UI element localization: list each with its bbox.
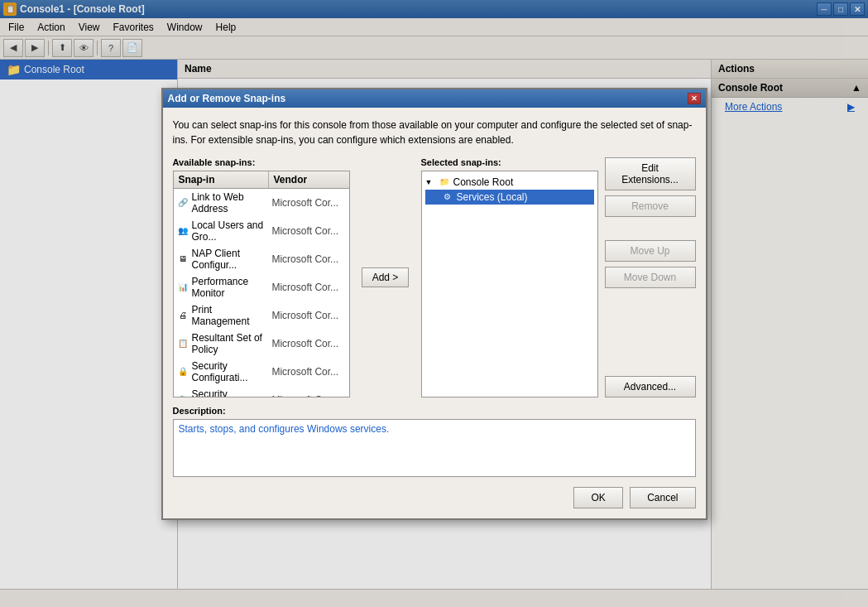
- tree-services-label: Services (Local): [457, 191, 528, 203]
- snap-row-perf-monitor[interactable]: 📊Performance Monitor Microsoft Cor...: [174, 273, 349, 301]
- snap-icon-users: 👥: [177, 225, 189, 237]
- snap-row-local-users[interactable]: 👥Local Users and Gro... Microsoft Cor...: [174, 217, 349, 245]
- add-button-area: Add >: [357, 157, 415, 397]
- selected-tree[interactable]: ▼ 📁 Console Root ⚙ Services (Local): [421, 171, 598, 397]
- selected-label: Selected snap-ins:: [421, 157, 598, 167]
- modal-overlay: Add or Remove Snap-ins ✕ You can select …: [0, 0, 868, 607]
- selected-panel: Selected snap-ins: ▼ 📁 Console Root ⚙ Se…: [421, 157, 598, 397]
- advanced-button[interactable]: Advanced...: [605, 376, 696, 397]
- snap-row-print-mgmt[interactable]: 🖨Print Management Microsoft Cor...: [174, 301, 349, 330]
- tree-services-icon: ⚙: [442, 191, 453, 203]
- snap-row-sec-templates[interactable]: 🔐Security Templates Microsoft Cor...: [174, 386, 349, 397]
- available-label: Available snap-ins:: [173, 157, 350, 167]
- available-panel: Available snap-ins: Snap-in Vendor 🔗Link…: [173, 157, 350, 397]
- dialog-description: You can select snap-ins for this console…: [173, 118, 696, 147]
- snap-icon-print: 🖨: [177, 310, 189, 321]
- expand-icon: ▼: [425, 178, 435, 186]
- snap-list-header: Snap-in Vendor: [174, 171, 349, 189]
- snap-icon-nap: 🖥: [177, 253, 189, 265]
- col-snap-in: Snap-in: [174, 171, 269, 188]
- dialog-title: Add or Remove Snap-ins: [168, 93, 688, 104]
- dialog-close-button[interactable]: ✕: [688, 93, 701, 104]
- dialog-body: You can select snap-ins for this console…: [163, 108, 706, 518]
- remove-button[interactable]: Remove: [605, 195, 696, 217]
- description-area: Description: Starts, stops, and configur…: [173, 406, 696, 477]
- snap-icon-sec-config: 🔒: [177, 366, 189, 378]
- col-vendor: Vendor: [269, 171, 349, 188]
- snap-icon-sec-templates: 🔐: [177, 394, 189, 397]
- tree-node-console-root[interactable]: ▼ 📁 Console Root: [425, 175, 594, 190]
- edit-extensions-button[interactable]: Edit Extensions...: [605, 157, 696, 190]
- move-up-button[interactable]: Move Up: [605, 240, 696, 262]
- cancel-button[interactable]: Cancel: [630, 487, 695, 508]
- snap-row-link-to-web[interactable]: 🔗Link to Web Address Microsoft Cor...: [174, 189, 349, 217]
- snap-row-sec-config[interactable]: 🔒Security Configurati... Microsoft Cor..…: [174, 358, 349, 386]
- description-label: Description:: [173, 406, 696, 416]
- add-button[interactable]: Add >: [362, 267, 410, 287]
- tree-folder-icon: 📁: [439, 176, 450, 188]
- right-buttons: Edit Extensions... Remove Move Up Move D…: [605, 157, 696, 397]
- dialog-footer: OK Cancel: [173, 487, 696, 508]
- snap-row-nap[interactable]: 🖥NAP Client Configur... Microsoft Cor...: [174, 245, 349, 273]
- add-remove-snapins-dialog: Add or Remove Snap-ins ✕ You can select …: [161, 88, 707, 520]
- snap-icon-resultant: 📋: [177, 338, 189, 349]
- available-snap-list[interactable]: Snap-in Vendor 🔗Link to Web Address Micr…: [173, 171, 350, 397]
- snap-icon-perf: 📊: [177, 282, 189, 293]
- ok-button[interactable]: OK: [573, 487, 623, 508]
- move-down-button[interactable]: Move Down: [605, 267, 696, 288]
- snap-row-resultant[interactable]: 📋Resultant Set of Policy Microsoft Cor..…: [174, 330, 349, 358]
- tree-node-label: Console Root: [453, 176, 514, 188]
- dialog-title-bar: Add or Remove Snap-ins ✕: [163, 89, 706, 108]
- dialog-two-col: Available snap-ins: Snap-in Vendor 🔗Link…: [173, 157, 696, 397]
- snap-icon-link: 🔗: [177, 197, 189, 209]
- description-box: Starts, stops, and configures Windows se…: [173, 419, 696, 477]
- tree-node-services[interactable]: ⚙ Services (Local): [425, 190, 594, 205]
